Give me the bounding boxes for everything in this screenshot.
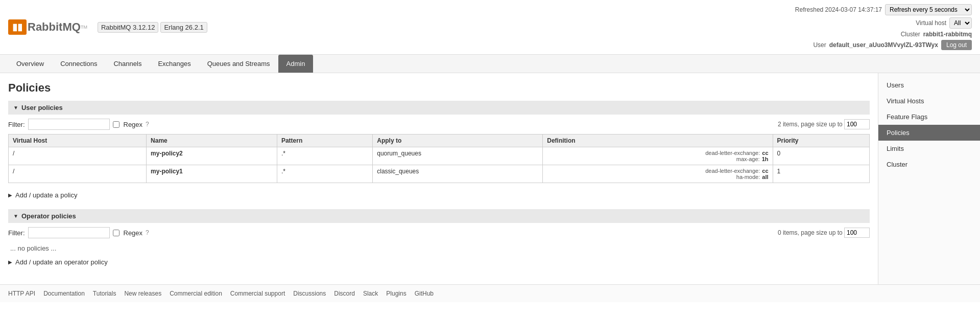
cell-priority: 1 — [773, 165, 869, 183]
user-filter-input[interactable] — [28, 119, 110, 130]
user-policies-filter-row: Filter: Regex ? — [8, 119, 149, 130]
col-pattern: Pattern — [277, 134, 372, 147]
nav-item-overview[interactable]: Overview — [8, 55, 52, 73]
cell-pattern: .* — [277, 165, 372, 183]
refresh-select[interactable]: Refresh every 5 seconds Refresh every 10… — [885, 4, 972, 15]
operator-policies-section: ▼ Operator policies Filter: Regex ? 0 it… — [8, 209, 870, 268]
refreshed-label: Refreshed 2024-03-07 14:37:17 — [795, 6, 882, 13]
footer-link-plugins[interactable]: Plugins — [386, 290, 406, 297]
sidebar: Users Virtual Hosts Feature Flags Polici… — [878, 73, 980, 284]
op-page-size-input[interactable] — [844, 228, 870, 238]
cell-definition: dead-letter-exchange: ccha-mode: all — [543, 165, 773, 183]
footer-link-documentation[interactable]: Documentation — [43, 290, 85, 297]
col-name: Name — [147, 134, 277, 147]
user-help-icon[interactable]: ? — [146, 121, 149, 128]
sidebar-item-feature-flags[interactable]: Feature Flags — [878, 109, 980, 125]
footer-link-commercial-edition[interactable]: Commercial edition — [170, 290, 222, 297]
col-vhost: Virtual Host — [9, 134, 147, 147]
main-layout: Policies ▼ User policies Filter: Regex ?… — [0, 73, 980, 284]
footer: HTTP API Documentation Tutorials New rel… — [0, 284, 980, 302]
vhost-select[interactable]: All / — [949, 17, 972, 29]
expand-icon: ▶ — [8, 192, 12, 198]
logout-button[interactable]: Log out — [941, 40, 972, 50]
logo-icon: ▮▮ — [8, 19, 27, 35]
vhost-label: Virtual host — [916, 19, 946, 27]
logo: ▮▮ RabbitMQ TM — [8, 19, 87, 35]
user-regex-label: Regex — [124, 121, 143, 128]
op-filter-label: Filter: — [8, 229, 25, 237]
page-title: Policies — [8, 81, 870, 95]
op-items-info: 0 items, page size up to — [778, 228, 870, 238]
op-policies-filter-row: Filter: Regex ? — [8, 227, 149, 238]
nav-item-admin[interactable]: Admin — [278, 55, 314, 73]
op-help-icon[interactable]: ? — [146, 229, 149, 236]
cluster-label: Cluster — [901, 31, 920, 38]
sidebar-item-limits[interactable]: Limits — [878, 141, 980, 156]
footer-link-discussions[interactable]: Discussions — [293, 290, 326, 297]
header: ▮▮ RabbitMQ TM RabbitMQ 3.12.12 Erlang 2… — [0, 0, 980, 55]
nav-item-channels[interactable]: Channels — [105, 55, 150, 73]
erlang-version: Erlang 26.2.1 — [160, 22, 207, 33]
logo-text: RabbitMQ — [28, 20, 81, 34]
op-regex-label: Regex — [124, 229, 143, 237]
logo-tm: TM — [81, 25, 87, 30]
footer-link-tutorials[interactable]: Tutorials — [93, 290, 116, 297]
add-update-policy-label: Add / update a policy — [15, 191, 77, 199]
op-items-count: 0 items, page size up to — [778, 229, 843, 236]
footer-link-discord[interactable]: Discord — [334, 290, 355, 297]
footer-link-slack[interactable]: Slack — [363, 290, 378, 297]
cell-apply-to: quorum_queues — [373, 147, 543, 165]
sidebar-item-policies[interactable]: Policies — [878, 125, 980, 141]
user-items-count: 2 items, page size up to — [778, 121, 843, 128]
main-content: Policies ▼ User policies Filter: Regex ?… — [0, 73, 878, 284]
sidebar-item-cluster[interactable]: Cluster — [878, 156, 980, 172]
user-value: default_user_aUuo3MVvylZL-93TWyx — [829, 41, 938, 49]
cell-vhost: / — [9, 147, 147, 165]
user-page-size-input[interactable] — [844, 119, 870, 129]
table-row: /my-policy2.*quorum_queuesdead-letter-ex… — [9, 147, 870, 165]
user-regex-checkbox[interactable] — [113, 121, 119, 128]
cluster-value: rabbit1-rabbitmq — [923, 31, 972, 38]
op-regex-checkbox[interactable] — [113, 230, 119, 236]
user-policies-title: User policies — [21, 104, 63, 111]
collapse-icon: ▼ — [13, 105, 18, 110]
user-policies-table: Virtual Host Name Pattern Apply to Defin… — [8, 134, 870, 183]
add-update-operator-policy-row[interactable]: ▶ Add / update an operator policy — [8, 256, 870, 268]
table-row: /my-policy1.*classic_queuesdead-letter-e… — [9, 165, 870, 183]
footer-link-github[interactable]: GitHub — [415, 290, 434, 297]
sidebar-item-virtual-hosts[interactable]: Virtual Hosts — [878, 93, 980, 109]
footer-link-http-api[interactable]: HTTP API — [8, 290, 35, 297]
rabbitmq-version: RabbitMQ 3.12.12 — [98, 22, 159, 33]
add-update-operator-policy-label: Add / update an operator policy — [15, 258, 108, 266]
op-filter-input[interactable] — [28, 227, 110, 238]
user-filter-label: Filter: — [8, 121, 25, 128]
top-right-info: Refreshed 2024-03-07 14:37:17 Refresh ev… — [795, 4, 972, 50]
footer-link-new-releases[interactable]: New releases — [124, 290, 161, 297]
user-policies-header[interactable]: ▼ User policies — [8, 101, 870, 115]
cell-pattern: .* — [277, 147, 372, 165]
cell-name: my-policy1 — [147, 165, 277, 183]
sidebar-item-users[interactable]: Users — [878, 77, 980, 93]
nav-item-connections[interactable]: Connections — [52, 55, 105, 73]
cell-vhost: / — [9, 165, 147, 183]
user-label: User — [813, 41, 826, 49]
cell-definition: dead-letter-exchange: ccmax-age: 1h — [543, 147, 773, 165]
op-collapse-icon: ▼ — [13, 213, 18, 219]
main-nav: Overview Connections Channels Exchanges … — [0, 55, 980, 73]
cell-priority: 0 — [773, 147, 869, 165]
cell-name: my-policy2 — [147, 147, 277, 165]
footer-link-commercial-support[interactable]: Commercial support — [230, 290, 285, 297]
user-items-info: 2 items, page size up to — [778, 119, 870, 129]
col-priority: Priority — [773, 134, 869, 147]
user-policies-section: ▼ User policies Filter: Regex ? 2 items,… — [8, 101, 870, 201]
nav-item-queues[interactable]: Queues and Streams — [199, 55, 278, 73]
operator-policies-header[interactable]: ▼ Operator policies — [8, 209, 870, 223]
nav-item-exchanges[interactable]: Exchanges — [150, 55, 199, 73]
op-expand-icon: ▶ — [8, 259, 12, 265]
operator-policies-title: Operator policies — [21, 212, 76, 220]
col-definition: Definition — [543, 134, 773, 147]
add-update-policy-row[interactable]: ▶ Add / update a policy — [8, 189, 870, 201]
no-policies-text: ... no policies ... — [8, 242, 870, 256]
cell-apply-to: classic_queues — [373, 165, 543, 183]
col-apply-to: Apply to — [373, 134, 543, 147]
